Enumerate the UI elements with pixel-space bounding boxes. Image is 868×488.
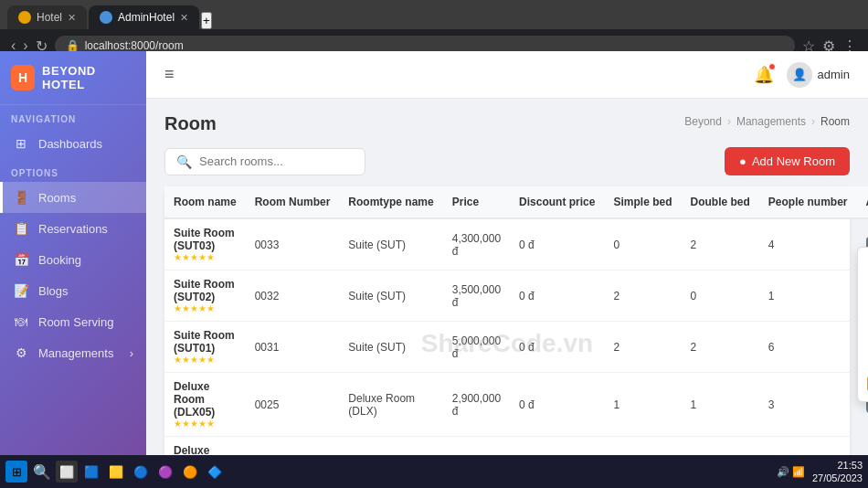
user-name-label: admin bbox=[818, 68, 850, 81]
url-text: localhost:8000/room bbox=[85, 39, 184, 52]
sidebar-item-managements-label: Managements bbox=[38, 346, 113, 360]
sidebar-logo: H BEYOND HOTEL bbox=[0, 51, 146, 105]
reservations-icon: 📋 bbox=[13, 221, 29, 236]
tray-icons: 🔊 📶 bbox=[777, 466, 805, 478]
rooms-table: Room name Room Number Roomtype name Pric… bbox=[164, 186, 868, 455]
double-bed-cell: 2 bbox=[681, 218, 758, 271]
search-taskbar-icon[interactable]: 🔍 bbox=[31, 461, 53, 483]
service-parking: Parking bbox=[858, 253, 868, 277]
table-row: Suite Room (SUT01) ★★★★★ 0031 Suite (SUT… bbox=[164, 322, 868, 373]
people-num-cell: 4 bbox=[759, 218, 857, 271]
browser-chrome: Hotel ✕ AdminHotel ✕ + ‹ › ↻ 🔒 localhost… bbox=[0, 0, 868, 51]
add-new-room-button[interactable]: ● Add New Room bbox=[725, 147, 850, 175]
app-container: H BEYOND HOTEL NAVIGATION ⊞ Dashboards O… bbox=[0, 51, 868, 455]
sidebar-item-reservations[interactable]: 📋 Reservations bbox=[0, 213, 146, 244]
tab-hotel[interactable]: Hotel ✕ bbox=[7, 5, 87, 29]
sidebar-item-rooms[interactable]: 🚪 Rooms bbox=[0, 182, 146, 213]
dashboard-icon: ⊞ bbox=[13, 136, 29, 151]
roomtype-cell: Suite (SUT) bbox=[339, 218, 442, 271]
breadcrumb-managements: Managements bbox=[736, 115, 806, 128]
taskbar-app-icons: 🔍 ⬜ 🟦 🟨 🔵 🟣 🟠 🔷 bbox=[31, 461, 226, 483]
booking-icon: 📅 bbox=[13, 252, 29, 267]
topbar: ≡ 🔔 👤 admin bbox=[146, 51, 868, 99]
sidebar-item-blogs-label: Blogs bbox=[38, 284, 69, 298]
tab-adminhotel-label: AdminHotel bbox=[118, 11, 175, 24]
search-box[interactable]: 🔍 bbox=[164, 148, 365, 175]
lock-icon: 🔒 bbox=[66, 39, 79, 52]
rooms-icon: 🚪 bbox=[13, 190, 29, 205]
sidebar-item-blogs[interactable]: 📝 Blogs bbox=[0, 275, 146, 306]
simple-bed-cell: 0 bbox=[604, 218, 681, 271]
col-simple-bed: Simple bed bbox=[604, 186, 681, 218]
service-dropdown-popup: Parking Wifi Safety deposit boxes Gym Po… bbox=[857, 247, 868, 402]
breadcrumb-sep2: › bbox=[811, 115, 815, 128]
taskbar-tray: 🔊 📶 21:53 27/05/2023 bbox=[777, 459, 863, 485]
logo-icon: H bbox=[11, 65, 35, 90]
table-row: Deluxe Room (DLX04) ★★★★★ 0024 Deluxe Ro… bbox=[164, 437, 868, 456]
hamburger-button[interactable]: ≡ bbox=[164, 65, 175, 84]
sidebar-item-dashboards-label: Dashboards bbox=[38, 137, 102, 151]
tab-adminhotel[interactable]: AdminHotel ✕ bbox=[89, 5, 199, 29]
col-attached-service: Attached service bbox=[857, 186, 868, 218]
nav-section-label: NAVIGATION bbox=[0, 105, 146, 128]
vscode-icon[interactable]: 🔵 bbox=[130, 461, 152, 483]
table-row: Suite Room (SUT03) ★★★★★ 0033 Suite (SUT… bbox=[164, 218, 868, 271]
add-icon: ● bbox=[739, 154, 746, 168]
app-icon[interactable]: 🔷 bbox=[204, 461, 226, 483]
page-content: Room Beyond › Managements › Room 🔍 bbox=[146, 99, 868, 455]
main-content: ≡ 🔔 👤 admin Room Beyond bbox=[146, 51, 868, 455]
tab-close2[interactable]: ✕ bbox=[180, 12, 188, 24]
explorer-icon[interactable]: 🟨 bbox=[105, 461, 127, 483]
start-button[interactable]: ⊞ bbox=[5, 461, 27, 483]
service-wifi: Wifi bbox=[858, 277, 868, 301]
page-title: Room bbox=[164, 113, 217, 134]
chevron-right-icon: › bbox=[130, 346, 133, 360]
sidebar-item-room-serving[interactable]: 🍽 Room Serving bbox=[0, 306, 146, 337]
sidebar-item-booking[interactable]: 📅 Booking bbox=[0, 244, 146, 275]
breadcrumb-sep1: › bbox=[727, 115, 731, 128]
col-price: Price bbox=[443, 186, 510, 218]
col-room-number: Room Number bbox=[246, 186, 340, 218]
edge-icon[interactable]: 🟦 bbox=[80, 461, 102, 483]
logo-text: BEYOND HOTEL bbox=[42, 64, 135, 91]
tab-close[interactable]: ✕ bbox=[68, 12, 76, 24]
col-people-number: People number bbox=[759, 186, 857, 218]
user-menu[interactable]: 👤 admin bbox=[787, 62, 850, 88]
tab-hotel-label: Hotel bbox=[37, 11, 62, 24]
col-roomtype-name: Roomtype name bbox=[339, 186, 442, 218]
page-header: Room Beyond › Managements › Room bbox=[164, 113, 850, 134]
sidebar-item-dashboards[interactable]: ⊞ Dashboards bbox=[0, 128, 146, 159]
sidebar-item-rooms-label: Rooms bbox=[38, 191, 76, 205]
taskview-icon[interactable]: ⬜ bbox=[56, 461, 78, 483]
tab-favicon2 bbox=[100, 11, 112, 24]
add-button-label: Add New Room bbox=[752, 154, 835, 168]
sidebar-item-room-serving-label: Room Serving bbox=[38, 315, 113, 329]
service-cell: 5 Services ▼ Parking Wifi Safety deposit… bbox=[857, 218, 868, 271]
search-input[interactable] bbox=[199, 154, 354, 168]
chrome-icon[interactable]: 🟠 bbox=[179, 461, 201, 483]
breadcrumb: Beyond › Managements › Room bbox=[684, 115, 850, 128]
room-serving-icon: 🍽 bbox=[13, 314, 29, 329]
breadcrumb-beyond: Beyond bbox=[684, 115, 722, 128]
room-name-cell: Suite Room (SUT02) ★★★★★ bbox=[164, 271, 246, 322]
tab-bar: Hotel ✕ AdminHotel ✕ + bbox=[0, 0, 868, 29]
managements-icon: ⚙ bbox=[13, 345, 29, 360]
toolbar-row: 🔍 ● Add New Room bbox=[164, 147, 850, 175]
sidebar-item-booking-label: Booking bbox=[38, 253, 81, 267]
col-double-bed: Double bed bbox=[681, 186, 758, 218]
col-room-name: Room name bbox=[164, 186, 246, 218]
col-discount-price: Discount price bbox=[510, 186, 604, 218]
taskbar-start: ⊞ bbox=[5, 461, 27, 483]
table-header-row: Room name Room Number Roomtype name Pric… bbox=[164, 186, 868, 218]
vs-icon[interactable]: 🟣 bbox=[154, 461, 176, 483]
breadcrumb-room: Room bbox=[820, 115, 850, 128]
notification-bell[interactable]: 🔔 bbox=[754, 65, 774, 85]
service-pool: Pool bbox=[858, 348, 868, 372]
clock-time: 21:53 bbox=[812, 459, 863, 472]
sidebar-item-reservations-label: Reservations bbox=[38, 222, 108, 236]
sidebar-item-managements[interactable]: ⚙ Managements › bbox=[0, 337, 146, 368]
room-name-cell: Suite Room (SUT03) ★★★★★ bbox=[164, 218, 246, 271]
table-row: Suite Room (SUT02) ★★★★★ 0032 Suite (SUT… bbox=[164, 271, 868, 322]
price-cell: 4,300,000 đ bbox=[443, 218, 510, 271]
new-tab-button[interactable]: + bbox=[201, 12, 212, 29]
